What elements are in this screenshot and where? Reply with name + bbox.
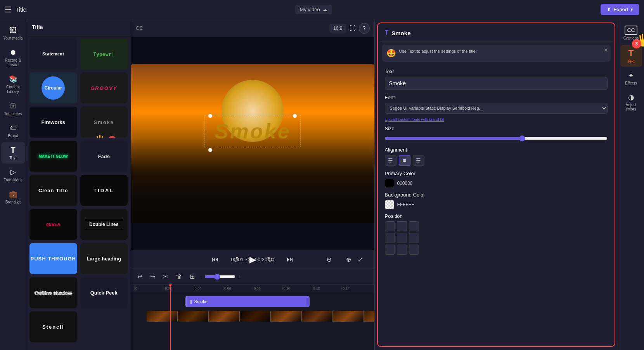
fullscreen-button[interactable]: ⛶ — [350, 25, 356, 32]
title-card-glow[interactable]: MAKE IT GLOW 🖐 1 — [29, 141, 77, 172]
right-icon-effects[interactable]: ✦ Effects — [620, 68, 642, 88]
title-card-outline-shadow[interactable]: Outline shadow — [29, 277, 77, 308]
size-slider[interactable] — [385, 135, 608, 141]
zoom-minus-icon[interactable]: - — [200, 274, 202, 280]
font-select[interactable]: Segoe UI Variable Static Display Semibol… — [385, 103, 608, 114]
templates-icon: ⊞ — [9, 101, 18, 110]
page-title: Title — [16, 6, 26, 13]
canvas-smoke-text[interactable]: Smoke — [205, 115, 301, 147]
title-card-tidal[interactable]: TIDAL — [80, 175, 128, 206]
text-input[interactable] — [385, 77, 608, 90]
delete-button[interactable]: 🗑 — [173, 272, 184, 282]
title-card-clean-title[interactable]: Clean Title — [29, 175, 77, 206]
split-button[interactable]: ⊞ — [187, 271, 197, 282]
skip-back-button[interactable]: ⏮ — [209, 254, 222, 265]
smoke-clip[interactable]: || Smoke — [185, 296, 310, 307]
title-card-typewriter[interactable]: Typewr| — [80, 38, 128, 69]
position-cell-tr[interactable] — [409, 221, 419, 231]
title-card-large-heading[interactable]: Large heading — [80, 243, 128, 274]
sidebar-item-brand[interactable]: 🏷 Brand — [1, 120, 25, 141]
text-icon: T — [9, 145, 18, 155]
zoom-out-icon[interactable]: ⊖ — [327, 256, 332, 263]
bg-color-value: FFFFFF — [397, 202, 414, 207]
sidebar-item-brand-kit[interactable]: 💼 Brand kit — [1, 186, 25, 208]
track-content-video[interactable] — [147, 309, 374, 323]
skip-forward-button[interactable]: ⏭ — [284, 254, 297, 265]
toolbar-left: CC — [136, 25, 143, 31]
title-card-circular[interactable]: Circular — [29, 72, 77, 103]
primary-color-value: 000000 — [397, 181, 413, 186]
position-cell-tl[interactable] — [385, 221, 395, 231]
title-card-fade[interactable]: Fade — [80, 141, 128, 172]
canvas-wrapper[interactable]: Smoke — [131, 37, 374, 250]
position-cell-mr[interactable] — [409, 233, 419, 243]
video-clip[interactable] — [147, 311, 374, 322]
zoom-in-icon[interactable]: ⊕ — [346, 256, 351, 263]
upload-font-link[interactable]: Upload custom fonts with brand kit — [385, 117, 608, 122]
sidebar-item-record[interactable]: ⏺ Record & create — [1, 45, 25, 71]
bg-color-swatch[interactable] — [385, 200, 394, 209]
title-card-double-lines[interactable]: Double Lines — [80, 209, 128, 240]
timeline-tracks: || Smoke — [131, 292, 374, 326]
title-panel-scroll[interactable]: Statement Typewr| Circular GROOVY — [26, 35, 131, 350]
title-card-statement[interactable]: Statement — [29, 38, 77, 69]
right-icon-text[interactable]: T Text 🖐 3 — [620, 45, 642, 67]
align-right-button[interactable]: ☰ — [413, 155, 424, 166]
info-box: 🤩 Use Text to adjust the settings of the… — [382, 45, 611, 62]
primary-color-swatch[interactable] — [385, 179, 394, 188]
title-card-push-through[interactable]: PUSH THROUGH — [29, 243, 77, 274]
position-cell-bc[interactable] — [397, 245, 407, 255]
title-card-glitch[interactable]: Glitch — [29, 209, 77, 240]
video-thumb-1 — [147, 311, 178, 322]
ruler-mark-4: 0:08 — [253, 286, 282, 290]
menu-icon[interactable]: ☰ — [5, 5, 12, 14]
topbar: ☰ Title My video ☁ ⬆ Export ▾ — [0, 0, 644, 19]
align-left-button[interactable]: ☰ — [385, 155, 396, 166]
timeline-track-smoke: || Smoke — [131, 295, 374, 309]
title-card-smoke[interactable]: Smoke Add to timeline 🖐 2 — [80, 107, 128, 138]
position-cell-tc[interactable] — [397, 221, 407, 231]
right-icon-adjust-colors[interactable]: ◑ Adjust colors — [620, 90, 642, 114]
video-name-input[interactable]: My video ☁ — [295, 5, 332, 14]
title-card-groovy[interactable]: GROOVY — [80, 72, 128, 103]
zoom-slider[interactable] — [204, 274, 235, 280]
position-cell-br[interactable] — [409, 245, 419, 255]
sidebar-item-transitions[interactable]: ▷ Transitions — [1, 164, 25, 186]
position-cell-mc[interactable] — [397, 233, 407, 243]
timeline-content[interactable]: 0 0:02 0:04 0:06 0:08 0:10 0:12 0:14 — [131, 284, 374, 350]
title-card-quick-peek[interactable]: Quick Peek — [80, 277, 128, 308]
redo-button[interactable]: ↪ — [148, 271, 158, 282]
track-content-smoke[interactable]: || Smoke — [147, 295, 374, 309]
primary-color-row: Primary Color 000000 — [385, 171, 608, 188]
bg-color-label: Background Color — [385, 192, 608, 198]
canvas-toolbar: CC 16:9 ⛶ ? — [131, 19, 374, 37]
cut-button[interactable]: ✂ — [161, 271, 170, 282]
title-card-stencil[interactable]: Stencil — [29, 311, 77, 342]
timeline-ruler: 0 0:02 0:04 0:06 0:08 0:10 0:12 0:14 — [131, 284, 374, 292]
handle-tl[interactable] — [208, 114, 212, 118]
undo-button[interactable]: ↩ — [135, 271, 145, 282]
handle-bl[interactable] — [208, 148, 212, 152]
export-button[interactable]: ⬆ Export ▾ — [601, 4, 639, 15]
settings-title: Smoke — [391, 30, 608, 36]
sidebar-item-text[interactable]: T Text — [1, 142, 25, 164]
zoom-plus-icon[interactable]: + — [238, 274, 241, 280]
sidebar-item-your-media[interactable]: 🖼 Your media — [1, 22, 25, 44]
bg-color-row: Background Color FFFFFF — [385, 192, 608, 209]
position-cell-ml[interactable] — [385, 233, 395, 243]
title-cards-grid: Statement Typewr| Circular GROOVY — [29, 38, 128, 342]
align-center-button[interactable]: ≡ — [399, 155, 410, 166]
video-thumb-7 — [333, 311, 364, 322]
settings-title-bar: T Smoke — [379, 25, 613, 41]
smoke-clip-handle-right[interactable] — [306, 298, 309, 305]
playhead[interactable] — [170, 284, 171, 350]
expand-timeline-icon[interactable]: ⤢ — [358, 256, 363, 263]
video-thumb-6 — [302, 311, 333, 322]
handle-tr[interactable] — [293, 114, 297, 118]
info-close-button[interactable]: ✕ — [604, 47, 608, 53]
help-button[interactable]: ? — [359, 23, 370, 34]
sidebar-item-content[interactable]: 📚 Content Library — [1, 71, 25, 97]
title-card-fireworks[interactable]: Fireworks — [29, 107, 77, 138]
position-cell-bl[interactable] — [385, 245, 395, 255]
sidebar-item-templates[interactable]: ⊞ Templates — [1, 98, 25, 119]
